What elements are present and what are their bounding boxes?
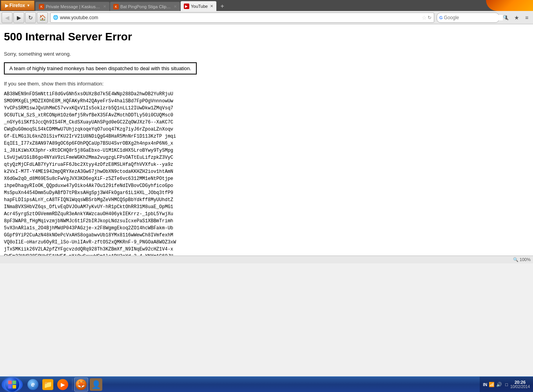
zoom-level: 🔍 100% xyxy=(513,257,531,262)
error-title: 500 Internal Server Error xyxy=(4,31,524,43)
firefox-dropdown-arrow: ▼ xyxy=(27,4,30,7)
show-desktop-icon[interactable]: □ xyxy=(505,382,508,387)
firefox-menu-button[interactable]: ▶ Firefox ▼ xyxy=(1,0,34,11)
monkey-message-text: A team of highly trained monkeys has bee… xyxy=(9,65,191,71)
windows-taskbar: e 📁 ▶ 🦊 👤 IN 📶 🔊 □ xyxy=(0,376,533,392)
bookmark-icon[interactable]: ☆ xyxy=(422,15,427,21)
address-bar[interactable] xyxy=(60,15,420,20)
tab-close-2[interactable]: ✕ xyxy=(174,4,177,9)
status-bar: 🔍 100% xyxy=(0,256,533,263)
clock-date: 10/02/2014 xyxy=(510,385,530,389)
page-content: 500 Internal Server Error Sorry, somethi… xyxy=(0,24,533,256)
firefox-label: ▶ xyxy=(5,3,8,8)
start-button-inner xyxy=(5,377,19,392)
language-indicator: IN xyxy=(483,382,487,387)
tab-close-1[interactable]: ✕ xyxy=(103,4,106,9)
network-icon: 📶 xyxy=(489,382,495,387)
browser-decoration xyxy=(486,0,533,11)
tab-title-3: YouTube xyxy=(191,4,208,9)
new-tab-button[interactable]: + xyxy=(218,2,227,11)
tab-favicon-1: K xyxy=(39,4,44,9)
error-code-block: AB38WEN9nFDSmNttiF8dGvGNh5xsOUXzBd7k5E4W… xyxy=(4,91,184,256)
volume-icon: 🔊 xyxy=(496,382,502,387)
forward-button[interactable]: ▶ xyxy=(13,12,24,23)
taskbar-user-icon[interactable]: 👤 xyxy=(89,377,103,392)
taskbar-pinned-apps: e 📁 ▶ xyxy=(24,377,71,392)
address-bar-container: 🌐 ☆ ↻ xyxy=(50,13,434,23)
firefox-text: Firefox xyxy=(9,3,25,8)
tab-bar: K Private Message | Kaskus - The Larges.… xyxy=(34,0,504,11)
nav-icons: ⬇ ★ ≡ xyxy=(502,13,531,22)
google-g-icon: G xyxy=(439,15,443,20)
windows-logo xyxy=(8,381,16,388)
taskbar-divider xyxy=(72,379,73,390)
bookmark-star-icon[interactable]: ★ xyxy=(512,13,521,22)
tab-title-1: Private Message | Kaskus - The Larges... xyxy=(46,4,101,9)
taskbar-media-player-icon[interactable]: ▶ xyxy=(56,377,70,392)
show-info-text: If you see them, show them this informat… xyxy=(4,81,524,87)
tab-title-2: Bat PingPong Stiga Clipper CR, Sriver ..… xyxy=(120,4,171,9)
tab-close-3[interactable]: ✕ xyxy=(210,4,213,8)
system-tray-icons: IN 📶 🔊 □ xyxy=(483,382,508,387)
search-bar-container: G 🔍 xyxy=(437,13,499,23)
clock-time: 20:26 xyxy=(510,380,530,385)
tab-pingpong[interactable]: K Bat PingPong Stiga Clipper CR, Sriver … xyxy=(110,2,180,11)
browser-title-bar: ▶ Firefox ▼ K Private Message | Kaskus -… xyxy=(0,0,533,11)
taskbar-ie-icon[interactable]: e xyxy=(26,377,40,392)
refresh-icon[interactable]: ↻ xyxy=(428,15,431,20)
taskbar-explorer-icon[interactable]: 📁 xyxy=(41,377,55,392)
tab-youtube[interactable]: ▶ YouTube ✕ xyxy=(180,1,217,11)
tab-favicon-3: ▶ xyxy=(184,4,189,9)
home-button[interactable]: 🏠 xyxy=(37,12,48,23)
reload-button[interactable]: ↻ xyxy=(25,12,36,23)
menu-icon[interactable]: ≡ xyxy=(522,13,531,22)
nav-bar: ◀ ▶ ↻ 🏠 🌐 ☆ ↻ G 🔍 ⬇ ★ ≡ xyxy=(0,11,533,24)
search-input[interactable] xyxy=(444,15,503,20)
lock-icon: 🌐 xyxy=(53,15,58,20)
monkey-message-box: A team of highly trained monkeys has bee… xyxy=(4,62,197,74)
tab-kaskus-pm[interactable]: K Private Message | Kaskus - The Larges.… xyxy=(35,2,110,11)
error-subtitle: Sorry, something went wrong. xyxy=(4,51,524,57)
taskbar-firefox-icon[interactable]: 🦊 xyxy=(74,377,88,392)
start-button[interactable] xyxy=(2,377,23,392)
taskbar-system-tray: IN 📶 🔊 □ 20:26 10/02/2014 xyxy=(480,377,533,392)
tab-favicon-2: K xyxy=(113,4,119,9)
status-right-icons: 🔍 100% xyxy=(513,257,531,262)
back-button[interactable]: ◀ xyxy=(2,12,13,23)
downloads-icon[interactable]: ⬇ xyxy=(502,13,511,22)
system-clock: 20:26 10/02/2014 xyxy=(510,380,530,389)
